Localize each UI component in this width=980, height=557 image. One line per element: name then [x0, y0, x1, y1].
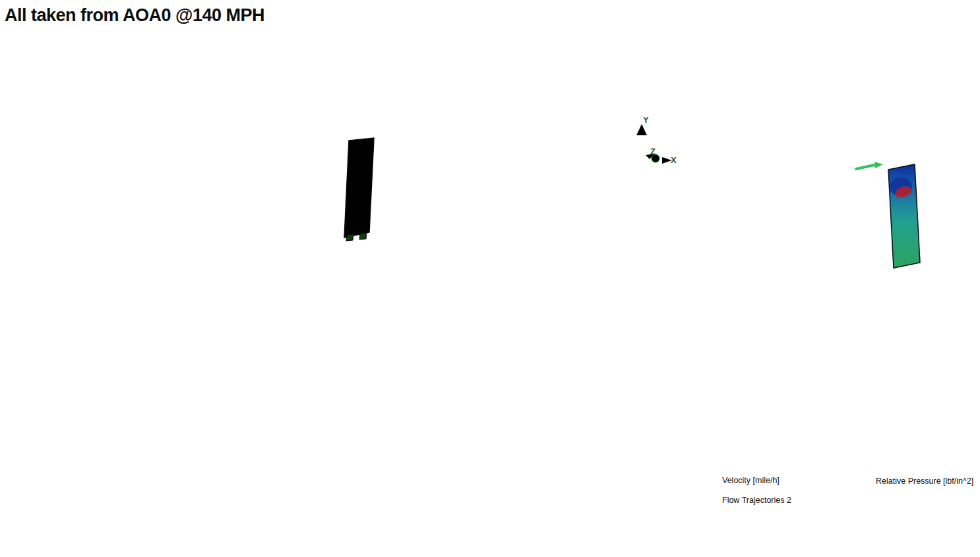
velocity-unit-label: Velocity [mile/h]	[722, 476, 780, 485]
right-endplate	[888, 164, 920, 268]
flow-simulation-viewport: Y Z X	[0, 0, 980, 557]
velocity-colorbar	[722, 315, 735, 473]
left-endplate	[344, 138, 374, 241]
velocity-plot-label: Flow Trajectories 2	[722, 496, 791, 505]
axis-y-label: Y	[643, 115, 649, 125]
coordinate-triad-icon: Y Z X	[636, 115, 677, 165]
flow-streamlines	[0, 183, 943, 436]
pressure-colorbar	[876, 315, 889, 473]
axis-z-label: Z	[650, 147, 656, 156]
pressure-unit-label: Relative Pressure [lbf/in^2]	[876, 476, 973, 486]
axis-x-label: X	[671, 155, 677, 165]
